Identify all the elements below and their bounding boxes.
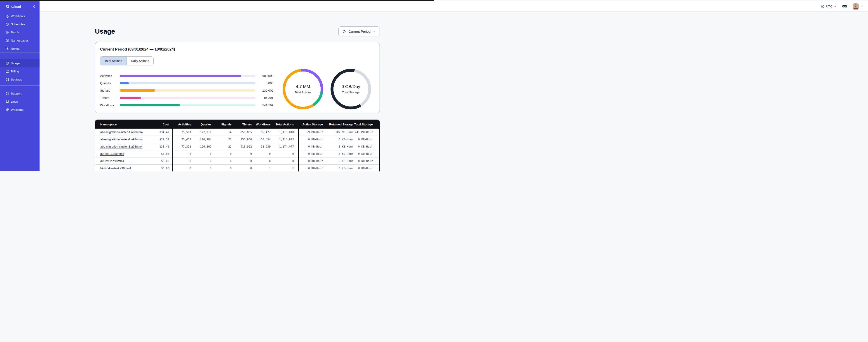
table-cell: 58,939: [252, 145, 271, 148]
sidebar-item-support[interactable]: Support: [0, 89, 39, 98]
topbar: UTC: [39, 1, 434, 12]
namespace-cell: a0-test-2.a98mm4: [95, 159, 150, 163]
namespace-link[interactable]: abs-migration-cluster-2.a98mm4: [100, 138, 143, 141]
sidebar-item-settings[interactable]: Settings: [0, 75, 39, 83]
table-cell: 0: [191, 160, 212, 163]
table-row: abs-migration-cluster-2.a98mm4$29.3275,4…: [95, 136, 379, 143]
sidebar: Cloud WorkflowsSchedulesBatchNamespacesN…: [0, 1, 39, 171]
sidebar-item-workflows[interactable]: Workflows: [0, 12, 39, 20]
period-button-label: Current Period: [348, 30, 371, 33]
workflows-icon: [5, 14, 9, 18]
actions-tab-group: Total ActionsDaily Actions: [100, 57, 154, 65]
usage-bar-row: Signals130,000: [100, 87, 273, 94]
namespace-link[interactable]: abs-migration-cluster-3.a98mm4: [100, 145, 143, 148]
table-cell: 0: [212, 152, 231, 156]
sidebar-item-label: Settings: [11, 78, 22, 81]
table-cell: 0: [252, 152, 271, 156]
sidebar-item-label: Schedules: [11, 23, 25, 26]
donut-ring: [331, 69, 371, 109]
table-cell: 0: [252, 160, 271, 163]
batch-icon: [5, 30, 9, 34]
table-cell: 1: [271, 167, 299, 170]
usage-bar-row: Workflows541,109: [100, 102, 273, 109]
current-period-card: Current Period (09/01/2024 — 10/01/2024)…: [95, 42, 380, 113]
table-cell: 0 KB-Hour: [299, 138, 323, 141]
welcome-icon: [5, 108, 9, 112]
table-cell: 55,454: [252, 138, 271, 141]
bar-fill: [120, 82, 129, 84]
table-cell: 0: [231, 167, 252, 170]
table-row: a0-test-2.a98mm4$0.000000000 KB-Hour0 KB…: [95, 158, 379, 165]
table-cell: 55,427: [252, 131, 271, 134]
namespace-cell: abs-migration-cluster-3.a98mm4: [95, 145, 150, 148]
table-cell: 1,114,872: [271, 138, 299, 141]
namespace-cell: abs-migration-cluster-1.a98mm4: [95, 130, 150, 134]
table-cell: 0: [173, 167, 191, 170]
period-selector-button[interactable]: Current Period: [338, 26, 380, 36]
table-cell: $29.32: [150, 138, 173, 141]
table-cell: 0 KB-Hour: [323, 152, 353, 156]
namespace-link[interactable]: a0-test-1.a98mm4: [100, 152, 124, 156]
table-body: abs-migration-cluster-1.a98mm4$34.4275,5…: [95, 129, 379, 171]
table-cell: 0: [231, 152, 252, 156]
settings-icon: [5, 78, 9, 81]
sidebar-item-label: Namespaces: [11, 39, 29, 42]
tab-total-actions[interactable]: Total Actions: [100, 57, 126, 65]
sidebar-item-label: Workflows: [11, 14, 25, 18]
bar-fill: [120, 89, 155, 92]
chevron-down-icon: [373, 30, 376, 33]
table-cell: 59 MB-Hour: [299, 131, 323, 134]
sidebar-item-billing[interactable]: Billing: [0, 67, 39, 75]
sidebar-brand: Cloud: [0, 1, 39, 12]
donut-ring: [283, 69, 323, 109]
column-header-active-storage: Active Storage: [299, 123, 323, 126]
sidebar-item-docs[interactable]: Docs: [0, 98, 39, 106]
bar-value: 85,201: [255, 96, 273, 100]
bar-value: 5,000: [255, 81, 273, 85]
sidebar-item-nexus[interactable]: Nexus: [0, 44, 39, 53]
usage-icon: [5, 61, 9, 65]
donut-center-label: Total Storage: [342, 91, 360, 94]
column-header-signals: Signals: [212, 123, 231, 126]
sidebar-nav-account: UsageBillingSettings: [0, 59, 39, 83]
sidebar-item-label: Billing: [11, 70, 19, 73]
table-row: abs-migration-cluster-1.a98mm4$34.4275,5…: [95, 129, 379, 136]
namespace-link[interactable]: abs-migration-cluster-1.a98mm4: [100, 130, 143, 134]
table-cell: $34.42: [150, 131, 173, 134]
table-cell: 0: [271, 152, 299, 156]
column-header-namespace: Namespace: [95, 123, 150, 126]
bar-value: 130,000: [255, 89, 273, 92]
sidebar-item-usage[interactable]: Usage: [0, 59, 39, 67]
table-column-divider: [172, 129, 173, 171]
namespace-link[interactable]: a0-test-2.a98mm4: [100, 159, 124, 163]
sidebar-item-namespaces[interactable]: Namespaces: [0, 36, 39, 44]
table-cell: 0: [212, 167, 231, 170]
table-cell: 0 KB-Hour: [299, 167, 323, 170]
table-cell: $0.00: [150, 152, 173, 156]
table-cell: 0: [212, 160, 231, 163]
bar-track: [120, 97, 255, 99]
sidebar-item-welcome[interactable]: Welcome: [0, 106, 39, 114]
table-row: a0-test-1.a98mm4$0.000000000 KB-Hour0 KB…: [95, 150, 379, 158]
table-cell: 0 KB-Hour: [299, 152, 323, 156]
table-cell: 22: [212, 145, 231, 148]
table-cell: 0: [191, 152, 212, 156]
sidebar-collapse-button[interactable]: [32, 4, 37, 9]
sidebar-item-schedules[interactable]: Schedules: [0, 20, 39, 28]
table-cell: 856,865: [231, 131, 252, 134]
table-cell: 0: [231, 160, 252, 163]
sidebar-item-batch[interactable]: Batch: [0, 28, 39, 36]
donut-center-value: 4.7 MM: [296, 84, 310, 89]
bar-track: [120, 75, 255, 77]
table-cell: 127,211: [191, 131, 212, 134]
table-cell: 0 KB-Hour: [353, 138, 379, 141]
bar-label: Queries: [100, 81, 120, 85]
table-cell: 0 KB-Hour: [323, 167, 353, 170]
card-heading: Current Period (09/01/2024 — 10/01/2024): [100, 47, 175, 52]
sidebar-nav-help: SupportDocsWelcome: [0, 89, 39, 114]
column-header-queries: Queries: [191, 123, 212, 126]
namespace-link[interactable]: bk-worker-test.a98mm4: [100, 167, 131, 170]
tab-daily-actions[interactable]: Daily Actions: [126, 57, 153, 65]
column-header-activities: Activities: [173, 123, 191, 126]
sidebar-nav-main: WorkflowsSchedulesBatchNamespacesNexus: [0, 12, 39, 53]
